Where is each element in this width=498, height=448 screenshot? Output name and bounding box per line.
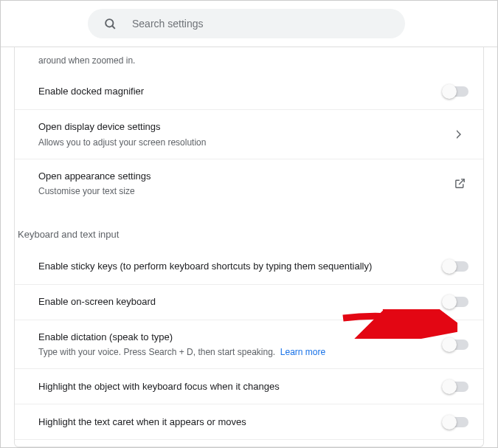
dictation-learn-more-link[interactable]: Learn more — [280, 347, 325, 357]
row-sticky-keys[interactable]: Enable sticky keys (to perform keyboard … — [15, 249, 483, 284]
chevron-right-icon — [451, 130, 468, 139]
docked-magnifier-toggle[interactable] — [443, 86, 468, 97]
row-dictation[interactable]: Enable dictation (speak to type) Type wi… — [15, 320, 483, 369]
search-icon — [101, 17, 119, 31]
row-docked-magnifier[interactable]: Enable docked magnifier — [15, 74, 483, 109]
appearance-settings-title: Open appearance settings — [38, 170, 438, 183]
row-text-cursor[interactable]: Navigate pages with a text cursor To tur… — [15, 439, 483, 447]
search-bar — [1, 1, 497, 47]
row-highlight-caret[interactable]: Highlight the text caret when it appears… — [15, 404, 483, 439]
sticky-keys-toggle[interactable] — [443, 261, 468, 272]
search-input[interactable] — [132, 18, 398, 30]
settings-card: around when zoomed in. Enable docked mag… — [14, 47, 484, 447]
onscreen-keyboard-toggle[interactable] — [443, 297, 468, 307]
open-external-icon — [451, 177, 468, 190]
row-display-settings[interactable]: Open display device settings Allows you … — [15, 109, 483, 159]
section-keyboard-header: Keyboard and text input — [15, 208, 483, 249]
highlight-caret-toggle[interactable] — [443, 417, 468, 427]
dictation-toggle[interactable] — [443, 340, 468, 350]
svg-point-0 — [106, 19, 113, 27]
row-appearance-settings[interactable]: Open appearance settings Customise your … — [15, 159, 483, 208]
highlight-focus-title: Highlight the object with keyboard focus… — [38, 380, 430, 393]
highlight-caret-title: Highlight the text caret when it appears… — [38, 416, 430, 429]
svg-line-1 — [112, 26, 115, 29]
dictation-subtitle: Type with your voice. Press Search + D, … — [38, 346, 430, 358]
highlight-focus-toggle[interactable] — [443, 382, 468, 392]
prev-setting-truncated: around when zoomed in. — [15, 47, 483, 74]
search-container[interactable] — [88, 9, 405, 38]
display-settings-subtitle: Allows you to adjust your screen resolut… — [38, 137, 438, 148]
row-highlight-focus[interactable]: Highlight the object with keyboard focus… — [15, 368, 483, 404]
appearance-settings-subtitle: Customise your text size — [38, 185, 438, 197]
row-onscreen-keyboard[interactable]: Enable on-screen keyboard — [15, 284, 483, 320]
dictation-title: Enable dictation (speak to type) — [38, 331, 430, 344]
onscreen-keyboard-title: Enable on-screen keyboard — [38, 295, 430, 309]
display-settings-title: Open display device settings — [38, 120, 438, 134]
settings-content: around when zoomed in. Enable docked mag… — [1, 47, 497, 447]
docked-magnifier-title: Enable docked magnifier — [38, 85, 430, 98]
prev-setting-subtitle: around when zoomed in. — [38, 55, 468, 66]
sticky-keys-title: Enable sticky keys (to perform keyboard … — [38, 260, 430, 273]
